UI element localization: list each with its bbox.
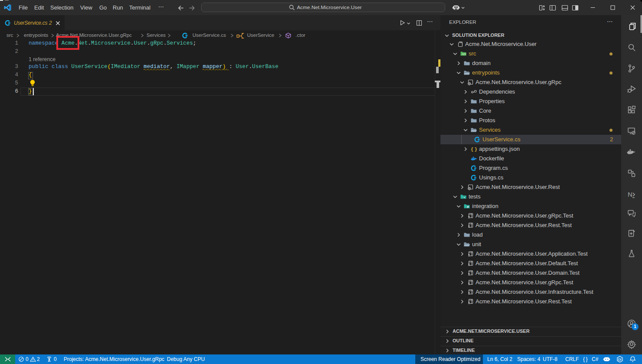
svg-text:{ }: { } bbox=[471, 147, 477, 152]
svg-text:</>: </> bbox=[462, 52, 466, 56]
svg-text:C#: C# bbox=[618, 358, 622, 361]
svg-text:N: N bbox=[628, 191, 632, 198]
